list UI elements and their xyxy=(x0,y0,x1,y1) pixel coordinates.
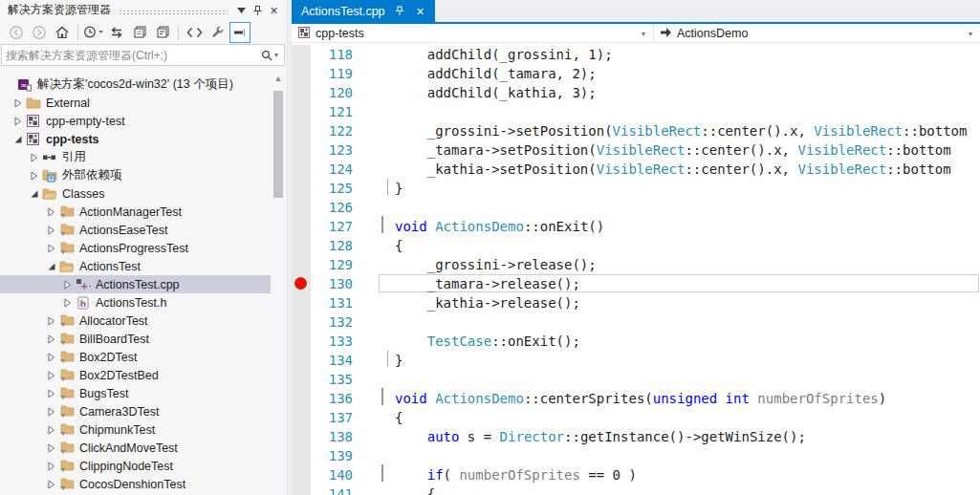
tree-item-actionsprogresstest[interactable]: ActionsProgressTest xyxy=(0,239,271,257)
code-line-137[interactable]: 137{ xyxy=(292,408,980,427)
tree-item-chipmunktest[interactable]: ChipmunkTest xyxy=(0,420,271,439)
breakpoint-icon[interactable] xyxy=(294,277,307,290)
panel-drag-handle[interactable] xyxy=(119,10,228,15)
scrollbar-up-icon[interactable]: ▲ xyxy=(272,74,284,83)
code-line-135[interactable]: 135 xyxy=(292,370,980,389)
close-icon[interactable]: × xyxy=(414,5,427,18)
code-line-132[interactable]: 132 xyxy=(292,312,980,332)
code-line-118[interactable]: 118 addChild(_grossini, 1); xyxy=(292,45,980,64)
code-line-119[interactable]: 119 addChild(_tamara, 2); xyxy=(292,64,980,83)
tree-collapsed-arrow-icon[interactable] xyxy=(44,241,58,255)
fold-collapse-icon[interactable] xyxy=(381,217,395,236)
code-line-124[interactable]: 124 _kathia->setPosition(VisibleRect::ce… xyxy=(292,160,980,179)
tree-item-cocosdenshiontest[interactable]: CocosDenshionTest xyxy=(0,475,271,493)
code-line-130[interactable]: 130 _tamara->release(); xyxy=(292,274,980,293)
tree-item-actionstest-h[interactable]: hActionsTest.h xyxy=(0,293,271,312)
tree-collapsed-arrow-icon[interactable] xyxy=(11,96,25,110)
code-line-138[interactable]: 138 auto s = Director::getInstance()->ge… xyxy=(292,427,980,446)
code-line-133[interactable]: 133 TestCase::onExit(); xyxy=(292,332,980,351)
tree-item-box2dtest[interactable]: Box2DTest xyxy=(0,348,271,366)
properties-wrench-icon[interactable] xyxy=(207,22,228,43)
pin-icon[interactable] xyxy=(250,3,266,18)
home-icon[interactable] xyxy=(52,22,73,43)
tree-collapsed-arrow-icon[interactable] xyxy=(44,332,58,346)
tree-item-clippingnodetest[interactable]: ClippingNodeTest xyxy=(0,457,271,475)
tree-item-allocatortest[interactable]: AllocatorTest xyxy=(0,312,271,330)
code-line-128[interactable]: 128{ xyxy=(292,236,980,255)
code-line-139[interactable]: 139 xyxy=(292,446,980,465)
tree-collapsed-arrow-icon[interactable] xyxy=(44,350,58,364)
fold-collapse-icon[interactable] xyxy=(381,389,395,408)
back-icon[interactable] xyxy=(6,22,27,43)
code-line-121[interactable]: 121 xyxy=(292,102,980,121)
tree-item-billboardtest[interactable]: BillBoardTest xyxy=(0,330,271,348)
code-line-120[interactable]: 120 addChild(_kathia, 3); xyxy=(292,83,980,102)
tree-collapsed-arrow-icon[interactable] xyxy=(44,223,58,237)
tree-collapsed-arrow-icon[interactable] xyxy=(44,404,58,419)
code-line-125[interactable]: 125} xyxy=(292,179,980,198)
tree-collapsed-arrow-icon[interactable] xyxy=(44,204,58,219)
tree-item-bugstest[interactable]: BugsTest xyxy=(0,384,271,402)
code-line-129[interactable]: 129 _grossini->release(); xyxy=(292,255,980,274)
folder-icon xyxy=(25,96,41,111)
line-number: 121 xyxy=(311,102,353,121)
tree-expanded-arrow-icon[interactable] xyxy=(44,259,58,273)
show-all-files-icon[interactable] xyxy=(152,22,173,43)
fold-collapse-icon[interactable] xyxy=(381,465,395,484)
tree-item-actionstest[interactable]: ActionsTest xyxy=(0,257,271,275)
code-line-141[interactable]: 141 { xyxy=(292,484,980,495)
tree-item-box2dtestbed[interactable]: Box2DTestBed xyxy=(0,366,271,384)
tree-collapsed-arrow-icon[interactable] xyxy=(44,422,58,437)
preview-selected-items-icon[interactable] xyxy=(229,22,250,43)
tree-item-cocos2d-win32-13[interactable]: ∞解决方案'cocos2d-win32' (13 个项目) xyxy=(0,75,271,94)
code-line-140[interactable]: 140 if( numberOfSprites == 0 ) xyxy=(292,465,980,484)
explorer-scrollbar[interactable]: ▲ xyxy=(271,66,286,495)
forward-icon[interactable] xyxy=(29,22,50,43)
properties-pages-icon[interactable] xyxy=(129,22,150,43)
code-line-136[interactable]: 136void ActionsDemo::centerSprites(unsig… xyxy=(292,389,980,408)
tree-item-actionmanagertest[interactable]: ActionManagerTest xyxy=(0,203,271,221)
code-editor: ActionsTest.cpp × cpp-tests ▾ ActionsDem… xyxy=(292,0,980,495)
tree-item-cpp-empty-test[interactable]: cpp-empty-test xyxy=(0,112,271,130)
tree-collapsed-arrow-icon[interactable] xyxy=(44,477,58,491)
view-code-icon[interactable] xyxy=(184,22,205,43)
tree-collapsed-arrow-icon[interactable] xyxy=(44,459,58,473)
tree-collapsed-arrow-icon[interactable] xyxy=(60,295,75,310)
code-line-126[interactable]: 126 xyxy=(292,198,980,217)
window-position-icon[interactable] xyxy=(233,3,250,18)
tree-item-classes[interactable]: Classes xyxy=(0,184,271,203)
tree-item-row-5[interactable]: 外部依赖项 xyxy=(0,166,271,184)
search-icon[interactable]: ▾ xyxy=(255,50,284,61)
history-icon[interactable] xyxy=(83,22,104,43)
tree-item-clickandmovetest[interactable]: ClickAndMoveTest xyxy=(0,439,271,457)
scrollbar-thumb[interactable] xyxy=(273,91,283,198)
tree-collapsed-arrow-icon[interactable] xyxy=(60,277,75,291)
tree-expanded-arrow-icon[interactable] xyxy=(11,132,25,146)
tree-item-row-4[interactable]: 引用 xyxy=(0,148,271,166)
tree-collapsed-arrow-icon[interactable] xyxy=(44,441,58,455)
code-line-131[interactable]: 131 _kathia->release(); xyxy=(292,293,980,312)
tree-item-cpp-tests[interactable]: cpp-tests xyxy=(0,130,271,148)
tree-collapsed-arrow-icon[interactable] xyxy=(44,386,58,400)
tree-collapsed-arrow-icon[interactable] xyxy=(11,114,25,128)
code-line-123[interactable]: 123 _tamara->setPosition(VisibleRect::ce… xyxy=(292,140,980,160)
project-dropdown[interactable]: cpp-tests ▾ xyxy=(292,24,654,43)
close-icon[interactable]: × xyxy=(266,3,282,18)
search-input[interactable] xyxy=(2,46,255,64)
member-dropdown[interactable]: ActionsDemo ▾ xyxy=(654,24,980,43)
tree-expanded-arrow-icon[interactable] xyxy=(27,186,41,201)
pin-icon[interactable] xyxy=(393,5,406,18)
tab-actionstest-cpp[interactable]: ActionsTest.cpp × xyxy=(292,0,435,22)
tree-collapsed-arrow-icon[interactable] xyxy=(27,150,41,164)
code-line-134[interactable]: 134} xyxy=(292,351,980,370)
tree-item-actionstest-cpp[interactable]: ++ActionsTest.cpp xyxy=(0,275,271,293)
tree-item-external[interactable]: External xyxy=(0,94,271,112)
tree-item-actionseasetest[interactable]: ActionsEaseTest xyxy=(0,221,271,239)
tree-collapsed-arrow-icon[interactable] xyxy=(44,368,58,382)
tree-item-camera3dtest[interactable]: Camera3DTest xyxy=(0,402,271,420)
tree-collapsed-arrow-icon[interactable] xyxy=(44,313,58,328)
code-line-127[interactable]: 127void ActionsDemo::onExit() xyxy=(292,217,980,236)
code-line-122[interactable]: 122 _grossini->setPosition(VisibleRect::… xyxy=(292,121,980,140)
sync-with-active-document-icon[interactable] xyxy=(106,22,127,43)
tree-collapsed-arrow-icon[interactable] xyxy=(27,168,41,183)
